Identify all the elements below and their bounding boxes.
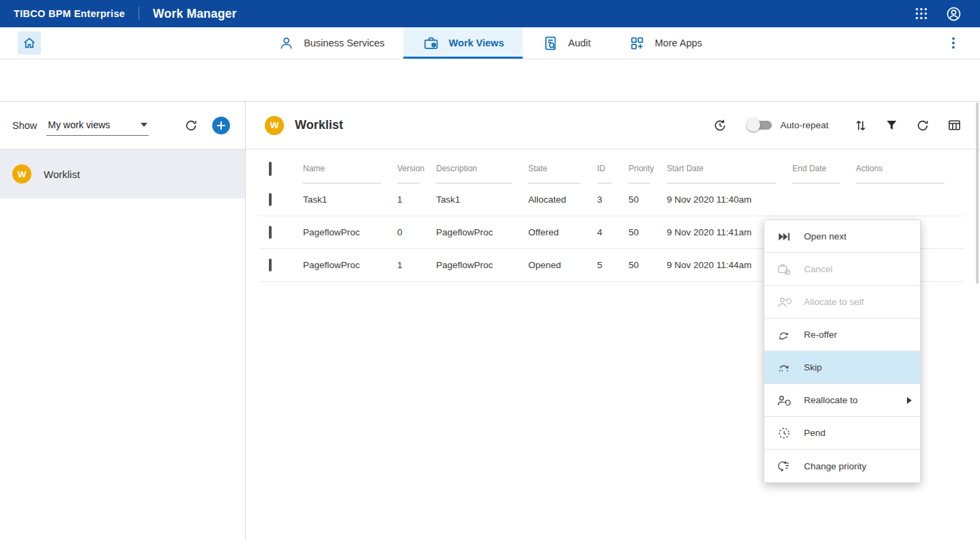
- menu-item-reallocate-to[interactable]: Reallocate to: [764, 384, 920, 417]
- select-row-checkbox[interactable]: [269, 226, 272, 239]
- filter-icon[interactable]: [884, 118, 899, 132]
- auto-repeat-toggle[interactable]: [749, 121, 772, 130]
- pend-icon: [775, 426, 793, 441]
- cell-version: 1: [397, 194, 436, 205]
- allocate-to-self-icon: [775, 295, 793, 310]
- audit-icon: [542, 35, 559, 52]
- worklist-badge: W: [12, 164, 31, 184]
- menu-item-skip[interactable]: Skip: [764, 351, 920, 384]
- column-settings-icon[interactable]: [947, 117, 962, 133]
- table-row[interactable]: Task1 1 Task1 Allocated 3 50 9 Nov 2020 …: [259, 184, 964, 216]
- show-label: Show: [12, 120, 37, 131]
- cell-name: PageflowProc: [303, 227, 397, 237]
- tab-label: Work Views: [449, 38, 504, 48]
- home-button[interactable]: [18, 31, 41, 55]
- navbar: Business Services Work Views: [0, 27, 980, 59]
- cell-description: PageflowProc: [436, 227, 528, 237]
- cell-priority: 50: [629, 260, 667, 270]
- submenu-arrow-icon: [907, 397, 912, 404]
- cell-version: 1: [397, 260, 436, 270]
- cell-state: Offered: [528, 227, 597, 237]
- tab-label: Audit: [568, 38, 590, 48]
- topbar-actions: [915, 5, 970, 23]
- column-header-end-date[interactable]: End Date: [792, 153, 856, 184]
- menu-item-open-next[interactable]: Open next: [764, 220, 920, 253]
- select-all-checkbox[interactable]: [269, 162, 272, 176]
- menu-item-change-priority[interactable]: Change priority: [764, 450, 920, 482]
- change-priority-icon: [775, 458, 793, 473]
- sort-icon[interactable]: [853, 118, 868, 133]
- table-tools: [853, 117, 962, 133]
- column-header-id[interactable]: ID: [597, 153, 629, 184]
- select-row-checkbox[interactable]: [269, 193, 272, 206]
- plus-icon: [216, 121, 226, 130]
- tab-label: Business Services: [304, 38, 384, 48]
- sidebar-header: Show My work views: [0, 102, 245, 149]
- cancel-icon: [775, 262, 793, 277]
- cell-id: 4: [597, 227, 629, 237]
- column-header-version[interactable]: Version: [397, 153, 436, 184]
- column-header-state[interactable]: State: [528, 153, 597, 184]
- cell-id: 3: [597, 194, 629, 205]
- menu-item-label: Skip: [804, 362, 822, 372]
- work-views-icon: [423, 35, 440, 52]
- menu-item-label: Open next: [804, 231, 846, 242]
- auto-repeat-label: Auto-repeat: [780, 120, 828, 130]
- home-icon: [22, 35, 37, 50]
- cell-state: Opened: [528, 260, 597, 270]
- worklist-header: W Worklist Auto-repeat: [246, 102, 980, 149]
- refresh-views-button[interactable]: [184, 118, 199, 133]
- scrollbar[interactable]: [976, 102, 979, 284]
- reallocate-to-icon: [775, 393, 793, 408]
- tab-more-apps[interactable]: More Apps: [610, 27, 721, 59]
- select-row-checkbox[interactable]: [269, 259, 272, 272]
- cell-description: Task1: [436, 194, 528, 205]
- re-offer-icon: [775, 327, 793, 342]
- nav-tabs: Business Services Work Views: [259, 27, 721, 59]
- menu-item-label: Reallocate to: [804, 395, 858, 405]
- menu-item-allocate-to-self: Allocate to self: [764, 286, 920, 319]
- auto-refresh-timer-icon[interactable]: [712, 117, 728, 134]
- menu-item-pend[interactable]: Pend: [764, 417, 920, 450]
- work-views-select[interactable]: My work views: [46, 115, 149, 136]
- cell-state: Allocated: [528, 194, 597, 205]
- overflow-menu-icon[interactable]: [946, 35, 961, 50]
- cell-start-date: 9 Nov 2020 11:40am: [667, 194, 792, 205]
- open-next-icon: [775, 229, 793, 244]
- work-views-sidebar: Show My work views W: [0, 102, 246, 541]
- column-header-description[interactable]: Description: [436, 153, 528, 184]
- topbar-divider: [139, 7, 139, 20]
- add-work-view-button[interactable]: [212, 117, 230, 134]
- user-account-icon[interactable]: [945, 5, 962, 23]
- tab-work-views[interactable]: Work Views: [404, 27, 523, 59]
- cell-id: 5: [597, 260, 629, 270]
- brand-logo: TIBCO BPM Enterprise: [14, 8, 125, 19]
- skip-icon: [775, 360, 793, 375]
- app-grid-icon[interactable]: [915, 8, 927, 20]
- menu-item-label: Change priority: [804, 461, 867, 471]
- refresh-icon: [184, 118, 199, 133]
- worklist-controls: Auto-repeat: [712, 117, 962, 134]
- tab-business-services[interactable]: Business Services: [259, 27, 403, 59]
- menu-item-re-offer[interactable]: Re-offer: [764, 319, 920, 351]
- column-header-priority[interactable]: Priority: [629, 153, 667, 184]
- tab-label: More Apps: [655, 38, 702, 48]
- chevron-down-icon: [141, 123, 147, 127]
- column-header-start-date[interactable]: Start Date: [667, 153, 792, 184]
- business-services-icon: [278, 35, 295, 52]
- auto-repeat-toggle-group: Auto-repeat: [749, 120, 828, 130]
- cell-name: Task1: [303, 194, 397, 205]
- work-views-select-value: My work views: [48, 119, 110, 130]
- cell-version: 0: [397, 227, 436, 237]
- work-item-context-menu: Open next Cancel: [764, 220, 921, 483]
- worklist-badge: W: [265, 116, 284, 135]
- menu-item-label: Allocate to self: [804, 297, 864, 307]
- menu-item-label: Pend: [804, 428, 826, 438]
- tab-audit[interactable]: Audit: [523, 27, 609, 59]
- column-header-name[interactable]: Name: [303, 153, 397, 184]
- column-header-actions: Actions: [856, 153, 964, 184]
- menu-item-label: Re-offer: [804, 330, 837, 340]
- sidebar-item-worklist[interactable]: W Worklist: [0, 149, 245, 199]
- refresh-icon[interactable]: [915, 118, 930, 133]
- toggle-knob: [747, 118, 760, 132]
